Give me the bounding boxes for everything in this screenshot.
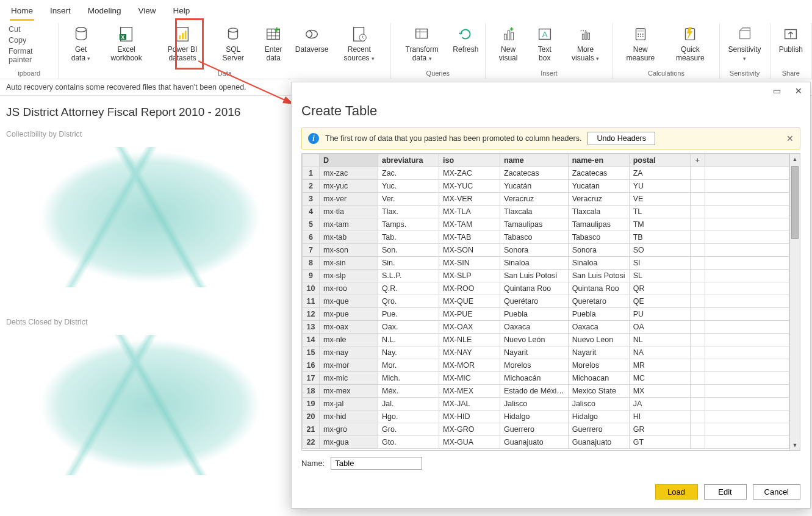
cell[interactable]: Jalisco [500, 398, 569, 410]
table-row[interactable]: 13mx-oaxOax.MX-OAXOaxacaOaxacaOA [303, 321, 789, 334]
cell[interactable]: HI [629, 410, 690, 423]
cell[interactable]: Son. [378, 244, 439, 257]
table-row[interactable]: 22mx-guaGto.MX-GUAGuanajuatoGuanajuatoGT [303, 436, 789, 449]
cell[interactable]: MX-OAX [439, 321, 500, 334]
cell[interactable]: QR [629, 282, 690, 295]
table-name-input[interactable] [331, 457, 422, 470]
cell[interactable]: Querétaro [500, 295, 569, 308]
cell[interactable]: MX-SIN [439, 257, 500, 270]
new-visual-button[interactable]: New visual [490, 23, 526, 63]
scroll-up-icon[interactable]: ▲ [790, 154, 800, 164]
cell[interactable]: mx-que [320, 295, 378, 308]
cell[interactable]: Tamps. [378, 218, 439, 231]
table-row[interactable]: 12mx-puePue.MX-PUEPueblaPueblaPU [303, 308, 789, 321]
cell[interactable]: SL [629, 270, 690, 282]
cell[interactable]: MX-GRO [439, 423, 500, 436]
cell[interactable]: Yucatan [568, 180, 629, 193]
table-row[interactable]: 21mx-groGro.MX-GROGuerreroGuerreroGR [303, 423, 789, 436]
cell[interactable]: TM [629, 218, 690, 231]
tab-home[interactable]: Home [10, 4, 34, 21]
refresh-button[interactable]: Refresh [451, 23, 480, 55]
cell[interactable]: Mich. [378, 372, 439, 385]
table-row[interactable]: 7mx-sonSon.MX-SONSonoraSonoraSO [303, 244, 789, 257]
excel-workbook-button[interactable]: X Excel workbook [102, 23, 151, 63]
cell[interactable]: N.L. [378, 334, 439, 346]
cell[interactable]: mx-yuc [320, 180, 378, 193]
publish-button[interactable]: Publish [775, 23, 807, 55]
cell[interactable]: NL [629, 334, 690, 346]
cell[interactable]: Zacatecas [568, 167, 629, 180]
cell[interactable]: mx-pue [320, 308, 378, 321]
cell[interactable]: Jal. [378, 398, 439, 410]
column-header[interactable]: iso [439, 154, 500, 167]
table-row[interactable]: 8mx-sinSin.MX-SINSinaloaSinaloaSI [303, 257, 789, 270]
cell[interactable]: MX-HID [439, 410, 500, 423]
cell[interactable]: MX-YUC [439, 180, 500, 193]
cell[interactable]: mx-mex [320, 385, 378, 398]
table-row[interactable]: 2mx-yucYuc.MX-YUCYucatánYucatanYU [303, 180, 789, 193]
cell[interactable]: Puebla [568, 308, 629, 321]
cell[interactable]: Guerrero [568, 423, 629, 436]
tab-insert[interactable]: Insert [49, 4, 72, 21]
cell[interactable]: VE [629, 193, 690, 206]
cell[interactable]: mx-mic [320, 372, 378, 385]
table-row[interactable]: 6mx-tabTab.MX-TABTabascoTabascoTB [303, 231, 789, 244]
cell[interactable]: Jalisco [568, 398, 629, 410]
cell[interactable]: mx-tam [320, 218, 378, 231]
cell[interactable]: Mor. [378, 359, 439, 372]
cell[interactable]: Sonora [568, 244, 629, 257]
cell[interactable]: mx-nay [320, 346, 378, 359]
column-header[interactable]: postal [629, 154, 690, 167]
cell[interactable]: NA [629, 346, 690, 359]
cell[interactable]: QE [629, 295, 690, 308]
cell[interactable]: mx-sin [320, 257, 378, 270]
cell[interactable]: Guanajuato [568, 436, 629, 449]
cell[interactable]: Zacatecas [500, 167, 569, 180]
table-row[interactable]: 17mx-micMich.MX-MICMichoacánMichoacanMC [303, 372, 789, 385]
column-header[interactable]: name [500, 154, 569, 167]
cell[interactable]: Yucatán [500, 180, 569, 193]
table-row[interactable]: 19mx-jalJal.MX-JALJaliscoJaliscoJA [303, 398, 789, 410]
recent-sources-button[interactable]: Recent sources ▾ [332, 23, 386, 63]
quick-measure-button[interactable]: Quick measure [666, 23, 714, 63]
cell[interactable]: Mexico State [568, 385, 629, 398]
column-header[interactable]: abreviatura [378, 154, 439, 167]
cell[interactable]: Sinaloa [568, 257, 629, 270]
map-visual-1[interactable] [6, 141, 268, 293]
cell[interactable]: MX-NLE [439, 334, 500, 346]
cell[interactable]: Tabasco [500, 231, 569, 244]
cell[interactable]: MX-TLA [439, 206, 500, 218]
cell[interactable]: Qro. [378, 295, 439, 308]
format-painter-button[interactable]: Format painter [7, 46, 51, 65]
column-header[interactable]: D [320, 154, 378, 167]
load-button[interactable]: Load [655, 484, 698, 500]
map-visual-2[interactable] [6, 329, 268, 481]
data-grid[interactable]: Dabreviaturaisonamename-enpostal+1mx-zac… [301, 153, 800, 451]
cell[interactable]: MX-ROO [439, 282, 500, 295]
cell[interactable]: mx-oax [320, 321, 378, 334]
scroll-thumb[interactable] [791, 166, 799, 239]
cell[interactable]: Oaxaca [500, 321, 569, 334]
sql-server-button[interactable]: SQL Server [214, 23, 253, 63]
cell[interactable]: mx-tla [320, 206, 378, 218]
cell[interactable]: mx-hid [320, 410, 378, 423]
cell[interactable]: Tlaxcala [500, 206, 569, 218]
table-row[interactable]: 3mx-verVer.MX-VERVeracruzVeracruzVE [303, 193, 789, 206]
enter-data-button[interactable]: Enter data [256, 23, 291, 63]
transform-data-button[interactable]: Transform data ▾ [396, 23, 448, 63]
cell[interactable]: Hidalgo [500, 410, 569, 423]
scroll-down-icon[interactable]: ▼ [790, 440, 800, 450]
cell[interactable]: MX-SON [439, 244, 500, 257]
cell[interactable]: Oaxaca [568, 321, 629, 334]
cell[interactable]: Nayarit [500, 346, 569, 359]
cell[interactable]: Guerrero [500, 423, 569, 436]
new-measure-button[interactable]: New measure [618, 23, 663, 63]
table-row[interactable]: 4mx-tlaTlax.MX-TLATlaxcalaTlaxcalaTL [303, 206, 789, 218]
cell[interactable]: Estado de Méxi… [500, 385, 569, 398]
tab-modeling[interactable]: Modeling [87, 4, 123, 21]
cell[interactable]: PU [629, 308, 690, 321]
cell[interactable]: GR [629, 423, 690, 436]
cell[interactable]: SI [629, 257, 690, 270]
cell[interactable]: MX-MOR [439, 359, 500, 372]
edit-button[interactable]: Edit [704, 484, 747, 500]
